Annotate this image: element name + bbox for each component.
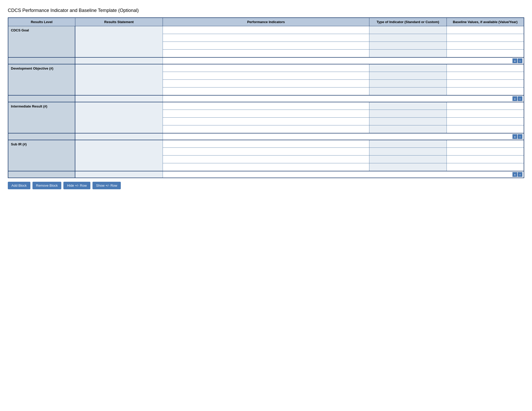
baseline-value-sub-ir-3[interactable] [447, 163, 524, 171]
baseline-value-intermediate-result-2[interactable] [447, 118, 524, 125]
add-row-intermediate-result[interactable]: + [513, 134, 517, 139]
control-label-intermediate-result [8, 133, 75, 140]
control-label-development-objective [8, 95, 75, 102]
indicator-type-intermediate-result-0[interactable] [369, 102, 447, 110]
baseline-value-cdcs-goal-3[interactable] [447, 50, 524, 57]
performance-indicator-development-objective-1[interactable] [163, 72, 369, 80]
header-type-of-indicator: Type of Indicator (Standard or Custom) [369, 18, 447, 26]
control-label-cdcs-goal [8, 57, 75, 64]
header-performance-indicators: Performance Indicators [163, 18, 369, 26]
block-label-intermediate-result: Intermediate Result (#) [8, 102, 75, 133]
control-stmt-intermediate-result [75, 133, 163, 140]
results-statement-cdcs-goal[interactable] [75, 26, 163, 57]
control-row-cdcs-goal: +− [8, 57, 524, 64]
add-block-button[interactable]: Add Block [8, 182, 30, 189]
control-row-intermediate-result: +− [8, 133, 524, 140]
performance-indicator-cdcs-goal-0[interactable] [163, 26, 369, 34]
remove-block-button[interactable]: Remove Block [32, 182, 62, 189]
control-stmt-sub-ir [75, 171, 163, 178]
performance-indicator-cdcs-goal-1[interactable] [163, 34, 369, 42]
control-stmt-development-objective [75, 95, 163, 102]
performance-indicator-sub-ir-1[interactable] [163, 148, 369, 156]
hide-row-button[interactable]: Hide +/- Row [63, 182, 90, 189]
footer-buttons: Add Block Remove Block Hide +/- Row Show… [8, 182, 524, 189]
header-row: Results Level Results Statement Performa… [8, 18, 524, 26]
performance-indicator-intermediate-result-3[interactable] [163, 125, 369, 133]
results-statement-development-objective[interactable] [75, 64, 163, 95]
control-row-sub-ir: +− [8, 171, 524, 178]
block-label-cdcs-goal: CDCS Goal [8, 26, 75, 57]
header-baseline-values: Baseline Values, if available (Value/Yea… [447, 18, 524, 26]
table-row: Development Objective (#) [8, 64, 524, 72]
main-table: Results Level Results Statement Performa… [8, 17, 524, 178]
control-label-sub-ir [8, 171, 75, 178]
add-row-sub-ir[interactable]: + [513, 172, 517, 177]
baseline-value-sub-ir-0[interactable] [447, 140, 524, 148]
indicator-type-intermediate-result-2[interactable] [369, 118, 447, 125]
indicator-type-intermediate-result-1[interactable] [369, 110, 447, 118]
baseline-value-cdcs-goal-2[interactable] [447, 42, 524, 50]
show-row-button[interactable]: Show +/- Row [92, 182, 121, 189]
page-title: CDCS Performance Indicator and Baseline … [8, 8, 524, 13]
table-row: Intermediate Result (#) [8, 102, 524, 110]
results-statement-intermediate-result[interactable] [75, 102, 163, 133]
performance-indicator-intermediate-result-0[interactable] [163, 102, 369, 110]
indicator-type-cdcs-goal-0[interactable] [369, 26, 447, 34]
indicator-type-development-objective-3[interactable] [369, 87, 447, 95]
table-row: CDCS Goal [8, 26, 524, 34]
indicator-type-sub-ir-1[interactable] [369, 148, 447, 156]
remove-row-sub-ir[interactable]: − [518, 172, 522, 177]
performance-indicator-intermediate-result-1[interactable] [163, 110, 369, 118]
baseline-value-intermediate-result-3[interactable] [447, 125, 524, 133]
indicator-type-sub-ir-3[interactable] [369, 163, 447, 171]
header-results-level: Results Level [8, 18, 75, 26]
header-results-statement: Results Statement [75, 18, 163, 26]
baseline-value-development-objective-1[interactable] [447, 72, 524, 80]
performance-indicator-sub-ir-2[interactable] [163, 156, 369, 163]
performance-indicator-development-objective-0[interactable] [163, 64, 369, 72]
performance-indicator-cdcs-goal-2[interactable] [163, 42, 369, 50]
indicator-type-intermediate-result-3[interactable] [369, 125, 447, 133]
baseline-value-development-objective-0[interactable] [447, 64, 524, 72]
baseline-value-sub-ir-1[interactable] [447, 148, 524, 156]
indicator-type-sub-ir-2[interactable] [369, 156, 447, 163]
remove-row-development-objective[interactable]: − [518, 96, 522, 101]
indicator-type-sub-ir-0[interactable] [369, 140, 447, 148]
control-stmt-cdcs-goal [75, 57, 163, 64]
baseline-value-sub-ir-2[interactable] [447, 156, 524, 163]
indicator-type-development-objective-0[interactable] [369, 64, 447, 72]
baseline-value-cdcs-goal-1[interactable] [447, 34, 524, 42]
block-label-sub-ir: Sub IR (#) [8, 140, 75, 171]
performance-indicator-sub-ir-3[interactable] [163, 163, 369, 171]
performance-indicator-cdcs-goal-3[interactable] [163, 50, 369, 57]
remove-row-intermediate-result[interactable]: − [518, 134, 522, 139]
baseline-value-intermediate-result-1[interactable] [447, 110, 524, 118]
performance-indicator-development-objective-2[interactable] [163, 80, 369, 87]
table-row: Sub IR (#) [8, 140, 524, 148]
block-label-development-objective: Development Objective (#) [8, 64, 75, 95]
baseline-value-development-objective-3[interactable] [447, 87, 524, 95]
results-statement-sub-ir[interactable] [75, 140, 163, 171]
indicator-type-development-objective-2[interactable] [369, 80, 447, 87]
indicator-type-cdcs-goal-1[interactable] [369, 34, 447, 42]
baseline-value-cdcs-goal-0[interactable] [447, 26, 524, 34]
performance-indicator-sub-ir-0[interactable] [163, 140, 369, 148]
indicator-type-cdcs-goal-2[interactable] [369, 42, 447, 50]
indicator-type-development-objective-1[interactable] [369, 72, 447, 80]
performance-indicator-intermediate-result-2[interactable] [163, 118, 369, 125]
remove-row-cdcs-goal[interactable]: − [518, 58, 522, 63]
indicator-type-cdcs-goal-3[interactable] [369, 50, 447, 57]
control-row-development-objective: +− [8, 95, 524, 102]
add-row-cdcs-goal[interactable]: + [513, 58, 517, 63]
baseline-value-intermediate-result-0[interactable] [447, 102, 524, 110]
baseline-value-development-objective-2[interactable] [447, 80, 524, 87]
add-row-development-objective[interactable]: + [513, 96, 517, 101]
performance-indicator-development-objective-3[interactable] [163, 87, 369, 95]
